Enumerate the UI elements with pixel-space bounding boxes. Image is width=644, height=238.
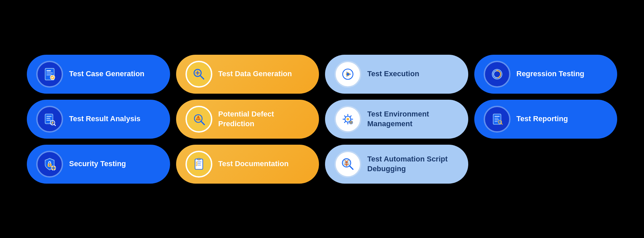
icon-regression-testing (484, 61, 511, 88)
svg-point-26 (198, 119, 199, 120)
svg-line-19 (54, 124, 55, 126)
svg-point-41 (53, 167, 55, 169)
icon-test-reporting (484, 106, 511, 133)
svg-rect-34 (494, 121, 498, 122)
icon-test-environment-management (334, 106, 361, 133)
card-test-execution[interactable]: Test Execution (325, 55, 468, 94)
card-label-test-case-generation: Test Case Generation (69, 69, 145, 79)
svg-rect-2 (46, 73, 53, 73)
icon-test-result-analysis (36, 106, 63, 133)
icon-test-data-generation (185, 61, 212, 88)
card-potential-defect-prediction[interactable]: Potential Defect Prediction (176, 100, 319, 139)
svg-line-52 (350, 166, 353, 169)
icon-test-case-generation (36, 61, 63, 88)
svg-point-39 (49, 164, 50, 165)
svg-rect-32 (494, 118, 498, 118)
svg-rect-15 (46, 116, 51, 116)
svg-line-37 (501, 123, 502, 124)
card-label-security-testing: Security Testing (69, 159, 126, 169)
svg-rect-50 (198, 164, 201, 165)
svg-rect-16 (46, 118, 50, 118)
card-label-test-reporting: Test Reporting (517, 114, 568, 124)
svg-rect-49 (198, 163, 201, 164)
svg-rect-48 (198, 161, 202, 162)
card-label-regression-testing: Regression Testing (517, 69, 585, 79)
card-label-test-execution: Test Execution (367, 69, 419, 79)
svg-rect-31 (494, 116, 499, 116)
svg-rect-1 (46, 70, 51, 71)
svg-point-29 (351, 122, 352, 123)
icon-test-documentation (185, 151, 212, 178)
card-label-test-automation-script-debugging: Test Automation Script Debugging (367, 154, 459, 174)
svg-rect-30 (493, 114, 501, 124)
svg-rect-17 (46, 120, 51, 120)
card-label-test-environment-management: Test Environment Management (367, 109, 459, 129)
card-security-testing[interactable]: Security Testing (27, 145, 170, 184)
svg-line-23 (201, 121, 204, 125)
card-regression-testing[interactable]: Regression Testing (474, 55, 618, 94)
svg-point-27 (346, 118, 349, 121)
svg-rect-3 (46, 74, 51, 75)
icon-potential-defect-prediction (185, 106, 212, 133)
card-test-automation-script-debugging[interactable]: Test Automation Script Debugging (325, 145, 468, 184)
svg-rect-33 (494, 119, 499, 120)
svg-line-6 (200, 75, 204, 79)
card-test-environment-management[interactable]: Test Environment Management (325, 100, 468, 139)
icon-test-execution (334, 61, 361, 88)
svg-point-53 (345, 161, 348, 163)
card-test-documentation[interactable]: Test Documentation (176, 145, 319, 184)
card-test-result-analysis[interactable]: Test Result Analysis (27, 100, 170, 139)
svg-rect-14 (45, 114, 53, 124)
card-label-test-documentation: Test Documentation (218, 159, 289, 169)
card-label-test-data-generation: Test Data Generation (218, 69, 292, 79)
card-label-test-result-analysis: Test Result Analysis (69, 114, 141, 124)
svg-rect-47 (198, 158, 200, 160)
main-grid: Test Case Generation Test Data Generatio… (13, 41, 631, 197)
card-test-data-generation[interactable]: Test Data Generation (176, 55, 319, 94)
icon-security-testing (36, 151, 63, 178)
card-test-reporting[interactable]: Test Reporting (474, 100, 618, 139)
svg-point-36 (499, 121, 500, 123)
icon-test-automation-script-debugging (334, 151, 361, 178)
card-label-potential-defect-prediction: Potential Defect Prediction (218, 109, 310, 129)
card-test-case-generation[interactable]: Test Case Generation (27, 55, 170, 94)
